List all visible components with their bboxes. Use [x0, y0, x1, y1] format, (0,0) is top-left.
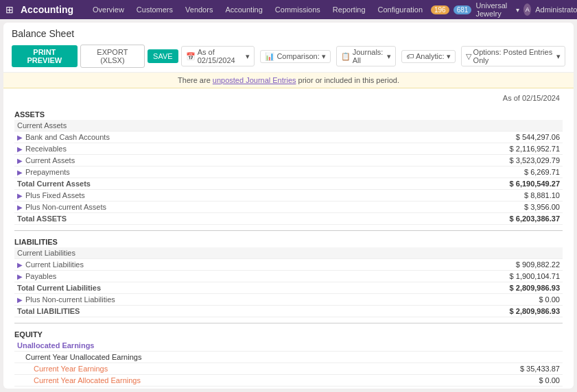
store-name[interactable]: Universal Jewelry [475, 1, 512, 18]
total-current-liabilities-row: Total Current Liabilities $ 2,809,986.93 [14, 282, 563, 294]
current-year-earnings-label[interactable]: Current Year Earnings [14, 363, 414, 375]
filter-icon: ▽ [466, 52, 471, 61]
avatar[interactable]: A [523, 3, 531, 16]
total-current-year-unallocated-amount: $ 35,433.87 [414, 387, 563, 389]
nav-items: Overview Customers Vendors Accounting Co… [87, 3, 428, 16]
nav-right: 196 681 Universal Jewelry ▾ A Administra… [431, 1, 577, 18]
current-year-earnings-amount: $ 35,433.87 [414, 363, 563, 375]
current-year-unallocated-header: Current Year Unallocated Earnings [14, 352, 563, 363]
journals-chevron: ▾ [387, 52, 391, 61]
total-liabilities-row: Total LIABILITIES $ 2,809,986.93 [14, 306, 563, 317]
current-year-unallocated-header-row: Current Year Unallocated Earnings [14, 352, 563, 363]
nav-overview[interactable]: Overview [87, 3, 130, 16]
table-row: ▶Prepayments $ 6,269.71 [14, 167, 563, 178]
filter-comparison[interactable]: 📊 Comparison: ▾ [260, 50, 330, 63]
unallocated-earnings-header: Unallocated Earnings [14, 340, 563, 352]
expand-icon: ▶ [17, 296, 23, 304]
plus-fixed-assets-row: ▶Plus Fixed Assets $ 8,881.10 [14, 190, 563, 201]
prepayments-amount: $ 6,269.71 [364, 167, 563, 178]
plus-noncurrent-assets-row: ▶Plus Non-current Assets $ 3,956.00 [14, 201, 563, 213]
receivables-label[interactable]: ▶Receivables [14, 143, 364, 155]
expand-icon: ▶ [17, 204, 23, 211]
filter-options-label: Options: Posted Entries Only [473, 48, 554, 64]
grid-icon[interactable]: ⊞ [5, 4, 14, 15]
payables-label[interactable]: ▶Payables [14, 271, 370, 282]
save-button[interactable]: SAVE [148, 49, 178, 63]
plus-noncurrent-assets-amount: $ 3,956.00 [364, 201, 563, 213]
plus-fixed-assets-amount: $ 8,881.10 [364, 190, 563, 201]
current-year-allocated-label[interactable]: Current Year Allocated Earnings [14, 375, 414, 387]
current-assets-amount: $ 3,523,029.79 [364, 155, 563, 167]
nav-configuration[interactable]: Configuration [373, 3, 428, 16]
filter-analytic[interactable]: 🏷 Analytic: ▾ [401, 50, 456, 63]
plus-noncurrent-assets-label[interactable]: ▶Plus Non-current Assets [14, 201, 364, 213]
equity-header: EQUITY [14, 328, 563, 340]
assets-table: Current Assets ▶Bank and Cash Accounts $… [14, 120, 563, 225]
payables-row: ▶Payables $ 1,900,104.71 [14, 271, 563, 282]
liabilities-header: LIABILITIES [14, 235, 563, 247]
current-liabilities-header-row: Current Liabilities [14, 247, 563, 259]
filter-date[interactable]: 📅 As of 02/15/2024 ▾ [181, 46, 255, 66]
user-name[interactable]: Administrator [535, 5, 577, 14]
current-assets-label[interactable]: ▶Current Assets [14, 155, 364, 167]
nav-customers[interactable]: Customers [131, 3, 178, 16]
plus-noncurrent-liabilities-amount: $ 0.00 [370, 294, 563, 306]
expand-icon: ▶ [17, 145, 23, 153]
filter-journals[interactable]: 📋 Journals: All ▾ [336, 46, 396, 66]
expand-icon: ▶ [17, 157, 23, 164]
badge-blue: 681 [454, 5, 472, 14]
expand-icon: ▶ [17, 261, 23, 269]
toolbar: PRINT PREVIEW EXPORT (XLSX) SAVE 📅 As of… [12, 45, 565, 68]
report-content: As of 02/15/2024 ASSETS Current Assets ▶… [3, 88, 574, 389]
report-date: As of 02/15/2024 [14, 94, 563, 102]
filter-options[interactable]: ▽ Options: Posted Entries Only ▾ [461, 46, 565, 66]
badge-orange: 196 [431, 5, 449, 14]
filter-comparison-label: Comparison: [276, 52, 319, 60]
expand-icon: ▶ [17, 273, 23, 280]
prepayments-label[interactable]: ▶Prepayments [14, 167, 364, 178]
receivables-amount: $ 2,116,952.71 [364, 143, 563, 155]
warning-suffix: prior or included in this period. [298, 76, 399, 84]
calendar-icon: 📅 [186, 52, 196, 61]
expand-icon: ▶ [17, 169, 23, 176]
export-xlsx-button[interactable]: EXPORT (XLSX) [80, 45, 145, 68]
current-year-allocated-row: Current Year Allocated Earnings $ 0.00 [14, 375, 563, 387]
plus-fixed-assets-label[interactable]: ▶Plus Fixed Assets [14, 190, 364, 201]
filter-analytic-label: Analytic: [416, 52, 445, 60]
print-preview-button[interactable]: PRINT PREVIEW [12, 45, 78, 67]
nav-accounting[interactable]: Accounting [220, 3, 268, 16]
plus-noncurrent-liabilities-label[interactable]: ▶Plus Non-current Liabilities [14, 294, 370, 306]
total-assets-row: Total ASSETS $ 6,203,386.37 [14, 213, 563, 225]
liabilities-divider [14, 230, 563, 231]
analytic-icon: 🏷 [406, 52, 414, 60]
nav-reporting[interactable]: Reporting [327, 3, 371, 16]
bank-cash-label[interactable]: ▶Bank and Cash Accounts [14, 132, 364, 143]
expand-icon: ▶ [17, 134, 23, 141]
nav-vendors[interactable]: Vendors [180, 3, 218, 16]
equity-divider [14, 323, 563, 323]
total-assets-amount: $ 6,203,386.37 [364, 213, 563, 225]
payables-amount: $ 1,900,104.71 [370, 271, 563, 282]
current-year-allocated-amount: $ 0.00 [414, 375, 563, 387]
warning-text: There are [178, 76, 211, 84]
comparison-icon: 📊 [265, 52, 274, 61]
filter-date-label: As of 02/15/2024 [198, 48, 244, 64]
page-header: Balance Sheet PRINT PREVIEW EXPORT (XLSX… [3, 23, 574, 73]
total-liabilities-amount: $ 2,809,986.93 [370, 306, 563, 317]
options-chevron: ▾ [556, 52, 561, 61]
total-liabilities-label: Total LIABILITIES [14, 306, 370, 317]
page-title: Balance Sheet [12, 28, 565, 39]
filter-bar: 📅 As of 02/15/2024 ▾ 📊 Comparison: ▾ 📋 J… [181, 46, 565, 66]
total-current-assets-amount: $ 6,190,549.27 [364, 178, 563, 190]
analytic-chevron: ▾ [447, 52, 451, 61]
top-navigation: ⊞ Accounting Overview Customers Vendors … [0, 0, 577, 19]
current-liabilities-label[interactable]: ▶Current Liabilities [14, 259, 370, 271]
current-liabilities-header: Current Liabilities [14, 247, 563, 259]
expand-icon: ▶ [17, 192, 23, 199]
total-current-assets-row: Total Current Assets $ 6,190,549.27 [14, 178, 563, 190]
filter-date-chevron: ▾ [246, 52, 250, 61]
unposted-entries-link[interactable]: unposted Journal Entries [213, 76, 296, 84]
chevron-down-icon: ▾ [516, 6, 519, 14]
bank-cash-amount: $ 544,297.06 [364, 132, 563, 143]
nav-commissions[interactable]: Commissions [270, 3, 326, 16]
